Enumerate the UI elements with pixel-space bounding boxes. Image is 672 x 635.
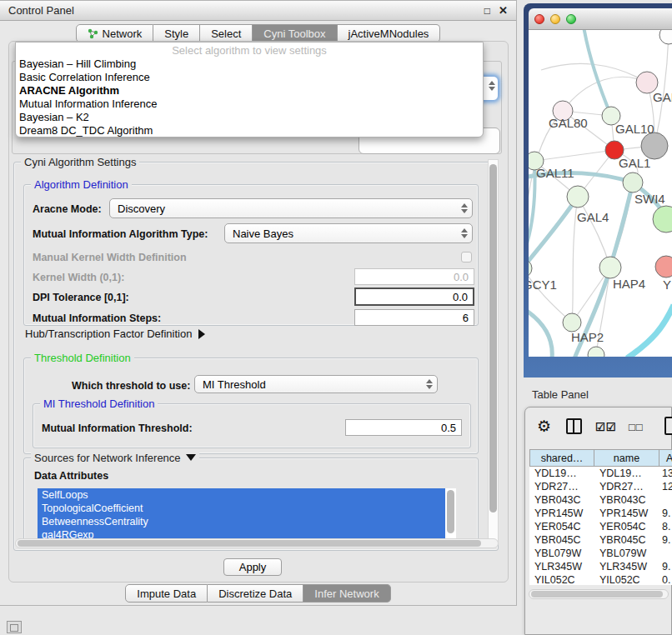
hub-definition-label: Hub/Transcription Factor Definition [25, 328, 192, 340]
table-row[interactable]: YBL079WYBL079W [529, 547, 672, 560]
network-edge[interactable] [529, 268, 572, 322]
panel-title: Control Panel [0, 4, 484, 17]
mi-threshold-legend: MI Threshold Definition [40, 398, 158, 410]
manual-kernel-width-checkbox[interactable] [461, 252, 472, 262]
sources-legend[interactable]: Sources for Network Inference [31, 452, 199, 464]
scrollbar-thumb[interactable] [18, 540, 481, 547]
column-header[interactable]: A [659, 449, 672, 467]
table-row[interactable]: YER054CYER054C8. [529, 520, 672, 533]
dropdown-item[interactable]: Dream8 DC_TDC Algorithm [16, 124, 483, 138]
tab-network[interactable]: Network [76, 24, 154, 42]
data-attributes-list[interactable]: SelfLoopsTopologicalCoefficientBetweenne… [38, 488, 456, 540]
settings-horizontal-scrollbar[interactable] [15, 538, 499, 548]
network-node[interactable] [567, 186, 589, 208]
table-row[interactable]: YDL19…YDL19…13 [529, 467, 672, 480]
dropdown-item[interactable]: Bayesian – Hill Climbing [16, 58, 483, 71]
table-row[interactable]: YPR145WYPR145W9. [529, 507, 672, 520]
table-row[interactable]: YIL052CYIL052C0. [529, 573, 672, 585]
table-row[interactable]: YBR043CYBR043C [529, 493, 672, 507]
select-all-columns-icon[interactable]: ☑☑ [595, 421, 616, 433]
minimize-window-icon[interactable] [550, 14, 560, 24]
node-table[interactable]: shared…nameA YDL19…YDL19…13YDR27…YDR27…1… [529, 449, 672, 585]
desktop: { "window": { "title": "Control Panel" }… [0, 0, 672, 635]
network-edge[interactable] [529, 197, 578, 273]
network-window-titlebar[interactable] [529, 8, 672, 30]
which-threshold-combo[interactable]: MI Threshold [194, 375, 438, 393]
dropdown-item[interactable]: Bayesian – K2 [16, 111, 483, 124]
dropdown-item[interactable]: Basic Correlation Inference [16, 71, 483, 84]
network-canvas[interactable]: GALGAL80GAL10GAL1GAL11SWI4GAL4GCY1HAP4YH… [529, 30, 672, 357]
network-edge[interactable] [584, 30, 611, 116]
table-row[interactable]: YBR045CYBR045C9. [529, 533, 672, 547]
sources-group: Sources for Network Inference Data Attri… [23, 458, 479, 546]
dpi-tolerance-field[interactable]: 0.0 [354, 288, 474, 306]
table-row[interactable]: YLR345WYLR345W9. [529, 560, 672, 573]
settings-vertical-scrollbar[interactable] [488, 159, 499, 544]
table-horizontal-scrollbar[interactable] [529, 589, 669, 599]
which-threshold-value: MI Threshold [195, 378, 424, 391]
tab-style[interactable]: Style [153, 24, 200, 42]
aracne-mode-combo[interactable]: Discovery [109, 198, 473, 218]
gear-icon[interactable]: ⚙ [537, 417, 551, 436]
attribute-item[interactable]: SelfLoops [38, 488, 445, 502]
network-edge[interactable] [534, 150, 614, 161]
tab-select[interactable]: Select [200, 24, 253, 42]
network-edge[interactable] [563, 77, 647, 111]
tab-jactivemnodules[interactable]: jActiveMNodules [338, 24, 441, 42]
mi-threshold-field[interactable]: 0.5 [345, 419, 462, 436]
network-edge[interactable] [627, 305, 672, 357]
table-row[interactable]: YDR27…YDR27…12 [529, 480, 672, 493]
mi-steps-field[interactable]: 6 [354, 309, 474, 326]
algorithm-dropdown-popup: Select algorithm to view settings Bayesi… [15, 42, 484, 138]
table-cell: YDL19… [594, 467, 659, 480]
table-cell: YBR045C [594, 533, 659, 547]
cyni-settings-legend: Cyni Algorithm Settings [21, 156, 139, 168]
network-node[interactable] [563, 313, 581, 332]
attribute-list-scrollbar[interactable] [445, 488, 456, 540]
table-cell: 13 [659, 467, 672, 480]
close-panel-icon[interactable]: ✕ [499, 4, 508, 17]
column-header[interactable]: name [594, 449, 659, 467]
dropdown-item[interactable]: ARACNE Algorithm [16, 84, 483, 98]
network-node[interactable] [623, 172, 643, 192]
scrollbar-thumb[interactable] [489, 164, 497, 512]
attribute-item[interactable]: BetweennessCentrality [38, 515, 445, 528]
collapse-arrow-icon [186, 454, 196, 461]
scrollbar-thumb[interactable] [531, 591, 663, 598]
table-cell: YIL052C [594, 573, 659, 585]
minimized-panel-icon[interactable] [7, 621, 22, 633]
network-edge[interactable] [529, 307, 552, 357]
zoom-window-icon[interactable] [566, 14, 576, 24]
table-cell: YIL052C [529, 573, 594, 585]
apply-button[interactable]: Apply [223, 558, 282, 576]
network-node[interactable] [655, 256, 672, 278]
new-table-icon[interactable] [664, 417, 672, 435]
network-node[interactable] [659, 30, 672, 44]
deselect-all-columns-icon[interactable]: □□ [629, 421, 644, 433]
network-node[interactable] [653, 206, 672, 232]
threshold-definition-legend: Threshold Definition [31, 352, 134, 364]
float-panel-icon[interactable]: □ [484, 5, 490, 17]
column-header[interactable]: shared… [529, 449, 594, 467]
network-edge[interactable] [578, 197, 610, 268]
tab-impute-data[interactable]: Impute Data [125, 584, 208, 602]
dropdown-item[interactable]: Mutual Information Inference [16, 98, 483, 111]
tab-discretize-data[interactable]: Discretize Data [208, 584, 303, 602]
node-label: GAL11 [536, 166, 574, 180]
table-header-row: shared…nameA [529, 449, 672, 467]
combo-up-arrow-icon [426, 379, 433, 383]
hub-definition-toggle[interactable]: Hub/Transcription Factor Definition [25, 328, 205, 340]
close-window-icon[interactable] [534, 14, 544, 24]
mi-algorithm-type-combo[interactable]: Naive Bayes [224, 223, 473, 243]
which-threshold-label: Which threshold to use: [72, 380, 190, 392]
scrollbar-thumb[interactable] [447, 490, 454, 533]
tab-label: Impute Data [137, 588, 196, 600]
network-node[interactable] [599, 257, 621, 278]
columns-icon[interactable] [566, 418, 582, 434]
kernel-width-field[interactable]: 0.0 [354, 268, 474, 285]
attribute-items: SelfLoopsTopologicalCoefficientBetweenne… [38, 488, 456, 540]
tab-infer-network[interactable]: Infer Network [303, 584, 390, 602]
tab-cyni-toolbox[interactable]: Cyni Toolbox [253, 24, 337, 42]
attribute-item[interactable]: TopologicalCoefficient [38, 502, 445, 515]
network-node[interactable] [588, 347, 604, 357]
